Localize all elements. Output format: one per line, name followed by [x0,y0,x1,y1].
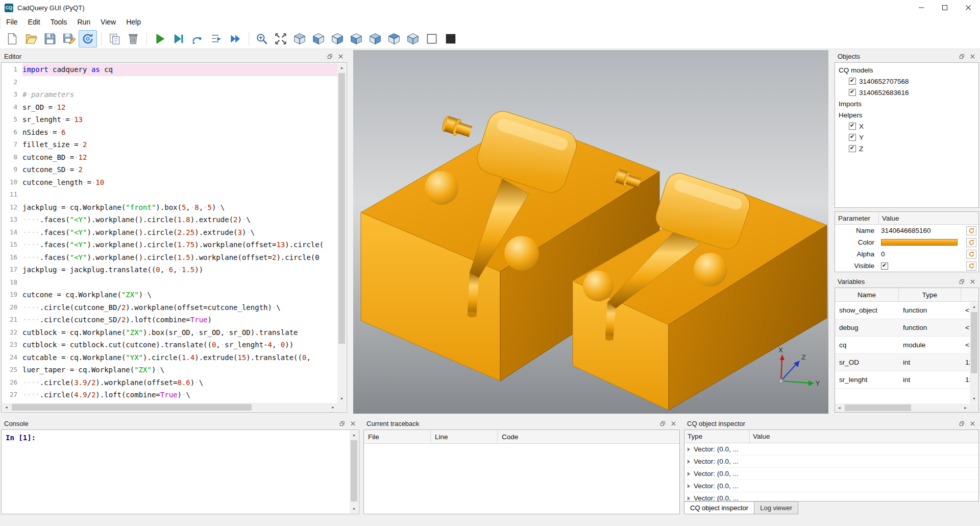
float-panel-button[interactable] [958,419,966,427]
float-panel-button[interactable] [338,419,346,427]
tree-item[interactable]: X [835,121,978,132]
view-iso-button[interactable] [290,30,309,47]
tree-item[interactable]: 3140652683616 [835,87,978,98]
viewport-3d[interactable]: X Z Y [353,50,828,414]
view-top-button[interactable] [385,30,403,47]
reset-button[interactable] [966,226,976,235]
code-area[interactable]: 1import·cadquery·as·cq23#·parameters4sr_… [2,63,337,403]
code-line[interactable]: 6nSides·=·6 [2,126,337,139]
code-line[interactable]: 24cutcable·=·cq.Workplane("YX").circle(1… [2,351,337,364]
save-as-button[interactable] [60,30,78,47]
editor-vertical-scrollbar[interactable]: ▲▼ [337,63,346,403]
checkbox[interactable] [849,123,856,130]
close-panel-button[interactable] [968,52,976,60]
fit-zoom-button[interactable] [253,30,271,47]
code-line[interactable]: 23cutblock·=·cutblock.cut(cutcone).trans… [2,339,337,351]
shaded-button[interactable] [442,30,460,47]
code-line[interactable]: 10cutcone_length·=·10 [2,176,337,189]
close-panel-button[interactable] [336,52,345,60]
variable-row[interactable]: debugfunction<f [835,319,978,337]
variables-vertical-scrollbar[interactable]: ▲▼ [970,302,978,403]
close-panel-button[interactable] [968,277,976,285]
menu-help[interactable]: Help [121,15,146,29]
property-value[interactable]: 0 [879,250,966,258]
tab-cq-object-inspector[interactable]: CQ object inspector [684,501,754,514]
checkbox[interactable] [881,262,888,270]
close-panel-button[interactable] [349,419,357,427]
checkbox[interactable] [849,78,856,85]
editor-horizontal-scrollbar[interactable]: ◄► [2,403,337,412]
scrollbar-thumb[interactable] [12,404,252,411]
step-in-button[interactable] [207,30,226,47]
code-line[interactable]: 27····.circle(4.9/2).loft(combine=True)·… [2,389,337,401]
fit-all-button[interactable] [272,30,290,47]
code-line[interactable]: 22cutblock·=·cq.Workplane("ZX").box(sr_O… [2,326,337,339]
tree-item[interactable]: CQ models [835,64,978,76]
code-line[interactable]: 18 [2,276,337,289]
code-line[interactable]: 4sr_OD·=·12 [2,101,337,114]
code-line[interactable]: 2 [2,76,337,89]
float-panel-button[interactable] [326,52,334,60]
view-back-button[interactable] [328,30,347,47]
variable-row[interactable]: show_objectfunction<f [835,302,978,319]
code-line[interactable]: 15····.faces("<Y").workplane().circle(1.… [2,238,337,251]
tab-log-viewer[interactable]: Log viewer [754,501,798,514]
console-vertical-scrollbar[interactable]: ▲▼ [350,431,358,513]
wireframe-button[interactable] [423,30,441,47]
close-panel-button[interactable] [669,419,677,427]
checkbox[interactable] [849,134,856,141]
close-panel-button[interactable] [968,419,976,427]
property-value[interactable] [879,239,966,246]
menu-tools[interactable]: Tools [45,15,72,29]
save-button[interactable] [41,30,59,47]
checkbox[interactable] [849,89,856,96]
code-line[interactable]: 25luer_taper·=·cq.Workplane("ZX")·\ [2,364,337,376]
code-line[interactable]: 11 [2,188,337,201]
inspector-row[interactable]: Vector: (0.0, ... [684,443,978,456]
menu-edit[interactable]: Edit [23,15,45,29]
view-bottom-button[interactable] [404,30,422,47]
inspector-row[interactable]: Vector: (0.0, ... [684,480,978,492]
menu-run[interactable]: Run [72,15,95,29]
tree-item[interactable]: Z [835,143,978,154]
code-line[interactable]: 17jackplug·=·jackplug.translate((0,·6,·1… [2,264,337,276]
variable-row[interactable]: sr_lenghtint13 [835,371,978,389]
scrollbar-thumb[interactable] [338,73,345,344]
code-line[interactable]: 5sr_lenght·=·13 [2,113,337,126]
view-left-button[interactable] [347,30,365,47]
step-button[interactable] [188,30,207,47]
expand-arrow-icon[interactable] [688,460,690,464]
code-line[interactable]: 26····.circle(3.9/2).workplane(offset=8.… [2,376,337,389]
expand-arrow-icon[interactable] [688,496,690,500]
checkbox[interactable] [849,145,856,152]
expand-arrow-icon[interactable] [688,484,690,488]
menu-file[interactable]: File [1,15,23,29]
float-panel-button[interactable] [958,277,966,285]
code-line[interactable]: 16····.faces("<Y").workplane().circle(1.… [2,251,337,264]
expand-arrow-icon[interactable] [688,472,690,476]
float-panel-button[interactable] [658,419,667,427]
scrollbar-thumb[interactable] [971,312,977,373]
code-line[interactable]: 12jackplug·=·cq.Workplane("front").box(5… [2,201,337,214]
close-button[interactable] [957,0,980,15]
maximize-button[interactable] [933,0,957,15]
float-panel-button[interactable] [958,52,966,60]
tree-item[interactable]: 3140652707568 [835,76,978,87]
view-front-button[interactable] [309,30,328,47]
code-line[interactable]: 13····.faces("<Y").workplane().circle(1.… [2,213,337,226]
tree-item[interactable]: Helpers [835,109,978,121]
code-line[interactable]: 19cutcone·=·cq.Workplane("ZX")·\ [2,289,337,301]
inspector-row[interactable]: Vector: (0.0, ... [684,456,978,468]
code-line[interactable]: 7fillet_size·=·2 [2,138,337,151]
code-line[interactable]: 21····.circle(cutcone_SD/2).loft(combine… [2,314,337,326]
scrollbar-thumb[interactable] [351,440,357,501]
new-document-button[interactable] [3,30,21,47]
view-right-button[interactable] [366,30,384,47]
open-file-button[interactable] [22,30,40,47]
code-line[interactable]: 8cutcone_BD·=·12 [2,151,337,164]
autoreload-button[interactable] [79,30,97,47]
console-body[interactable]: In [1]: ▲▼ [1,429,359,514]
reset-button[interactable] [966,261,976,271]
inspector-row[interactable]: Vector: (0.0, ... [684,468,978,480]
reset-button[interactable] [966,250,976,259]
